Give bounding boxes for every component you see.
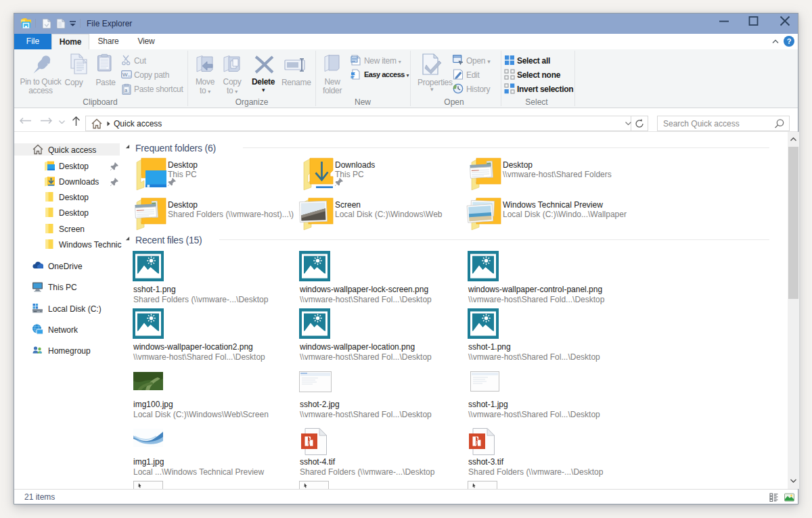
svg-text:W: W xyxy=(122,72,128,78)
svg-text:?: ? xyxy=(787,37,792,45)
